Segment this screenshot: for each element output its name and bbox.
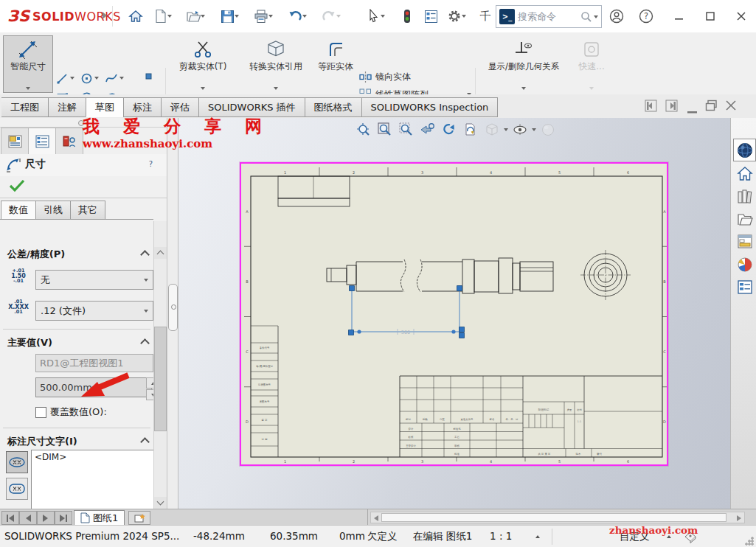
mirror-entities-button[interactable]: 镜向实体 bbox=[359, 68, 471, 86]
horizontal-scrollbar-thumb[interactable] bbox=[381, 513, 726, 522]
command-tab[interactable]: 工程图 bbox=[1, 97, 49, 117]
tab-property-manager[interactable] bbox=[28, 128, 56, 155]
primary-value-header[interactable]: 主要值(V) bbox=[7, 336, 52, 349]
previous-sheet-button[interactable] bbox=[19, 511, 37, 525]
spline-dropdown[interactable] bbox=[119, 77, 124, 80]
sheet-tab[interactable]: 图纸1 bbox=[74, 510, 125, 526]
scrollbar-thumb[interactable] bbox=[154, 327, 167, 431]
override-checkbox[interactable] bbox=[35, 407, 46, 418]
view-orientation-button[interactable] bbox=[482, 120, 502, 139]
redo-dropdown[interactable] bbox=[336, 15, 341, 18]
smart-dimension-dropdown[interactable] bbox=[26, 87, 30, 90]
design-library-button[interactable] bbox=[733, 185, 756, 208]
smart-dimension-button[interactable]: 智能尺寸 bbox=[3, 35, 53, 93]
quick-snaps-button[interactable]: 快速... bbox=[569, 35, 614, 93]
custom-properties-button[interactable] bbox=[733, 276, 756, 299]
view-orientation-dropdown[interactable] bbox=[504, 128, 508, 131]
new-document-dropdown[interactable] bbox=[167, 15, 172, 18]
first-sheet-button[interactable] bbox=[1, 511, 19, 525]
command-tab[interactable]: 注解 bbox=[48, 97, 86, 117]
close-button[interactable] bbox=[729, 5, 754, 27]
units-dropdown[interactable] bbox=[667, 535, 671, 538]
command-tab[interactable]: 图纸格式 bbox=[305, 97, 362, 117]
panel-splitter[interactable] bbox=[167, 118, 178, 509]
tab-feature-manager[interactable] bbox=[1, 128, 29, 155]
previous-view-button[interactable] bbox=[418, 120, 437, 139]
line-tool[interactable] bbox=[56, 69, 78, 87]
search-input[interactable] bbox=[515, 11, 580, 22]
rotate-view-button[interactable] bbox=[440, 120, 459, 139]
display-style-dropdown[interactable] bbox=[532, 128, 536, 131]
home-button[interactable] bbox=[125, 5, 146, 27]
home-pane-button[interactable] bbox=[733, 162, 756, 185]
circle-dropdown[interactable] bbox=[94, 77, 99, 80]
scroll-left-icon[interactable] bbox=[373, 515, 379, 521]
line-dropdown[interactable] bbox=[70, 77, 74, 80]
sheet-scale[interactable]: 1 : 1 bbox=[490, 526, 512, 547]
tolerance-section-header[interactable]: 公差/精度(P) bbox=[7, 248, 65, 261]
dimension-name-field[interactable]: RD1@工程图视图1 bbox=[35, 354, 153, 372]
account-button[interactable] bbox=[606, 5, 627, 27]
view-palette-button[interactable] bbox=[733, 230, 756, 253]
command-tab[interactable]: SOLIDWORKS Inspection bbox=[361, 97, 499, 117]
point-tool[interactable] bbox=[143, 71, 153, 81]
relations-dropdown[interactable] bbox=[521, 87, 526, 90]
command-tab[interactable]: 标注 bbox=[123, 97, 162, 117]
undo-dropdown[interactable] bbox=[302, 15, 307, 18]
document-close-button[interactable] bbox=[726, 100, 736, 113]
units-custom[interactable]: 自定义 bbox=[620, 526, 650, 547]
solidworks-resources-button[interactable] bbox=[733, 139, 756, 161]
value-tab[interactable]: 数值 bbox=[1, 201, 36, 220]
scale-dropdown[interactable] bbox=[535, 535, 540, 538]
next-sheet-button[interactable] bbox=[37, 511, 55, 525]
scrollbar-up-button[interactable] bbox=[154, 247, 167, 259]
print-dropdown[interactable] bbox=[268, 15, 273, 18]
scrollbar-down-button[interactable] bbox=[154, 497, 167, 509]
document-minimize-button[interactable] bbox=[687, 106, 698, 116]
open-dropdown[interactable] bbox=[201, 15, 205, 18]
offset-entities-button[interactable]: 等距实体 bbox=[315, 35, 356, 93]
value-tab[interactable]: 引线 bbox=[35, 201, 71, 220]
search-icon[interactable] bbox=[580, 11, 592, 23]
splitter-handle[interactable] bbox=[168, 284, 178, 331]
quick-dropdown[interactable] bbox=[589, 87, 594, 90]
xpress-products-button[interactable]: 千 bbox=[475, 5, 496, 27]
display-delete-relations-button[interactable]: 显示/删除几何关系 bbox=[479, 35, 568, 93]
resize-grip[interactable] bbox=[745, 537, 754, 546]
zoom-in-out-button[interactable] bbox=[397, 120, 416, 139]
file-explorer-button[interactable] bbox=[733, 208, 756, 231]
convert-entities-button[interactable]: 转换实体引用 bbox=[237, 35, 314, 93]
tolerance-collapse-icon[interactable] bbox=[140, 250, 150, 259]
dimension-text-collapse-icon[interactable] bbox=[140, 437, 150, 447]
dim-text-round-button[interactable] bbox=[6, 451, 28, 473]
panel-scrollbar[interactable] bbox=[153, 221, 167, 509]
zoom-to-fit-button[interactable] bbox=[354, 120, 373, 139]
tab-configuration-manager[interactable] bbox=[55, 128, 83, 155]
appearances-button[interactable] bbox=[733, 253, 756, 276]
command-tab[interactable]: SOLIDWORKS 插件 bbox=[198, 97, 305, 117]
options-dropdown[interactable] bbox=[462, 15, 466, 18]
trim-dropdown[interactable] bbox=[201, 87, 205, 90]
spline-tool[interactable] bbox=[105, 69, 127, 87]
ok-button[interactable] bbox=[9, 178, 25, 195]
search-dropdown[interactable] bbox=[594, 15, 598, 18]
circle-tool[interactable] bbox=[80, 69, 103, 87]
command-list-button[interactable] bbox=[420, 5, 441, 27]
hide-show-items-button[interactable] bbox=[538, 120, 558, 139]
performance-evaluation-button[interactable] bbox=[397, 5, 417, 27]
dimension-text-header[interactable]: 标注尺寸文字(I) bbox=[7, 435, 77, 448]
dimension-value-field[interactable]: 500.00mm bbox=[35, 377, 152, 397]
logo-flyout-icon[interactable] bbox=[102, 11, 108, 22]
tag-icon[interactable] bbox=[683, 530, 698, 543]
primary-collapse-icon[interactable] bbox=[140, 338, 150, 348]
display-style-button[interactable] bbox=[510, 120, 530, 139]
select-dropdown[interactable] bbox=[381, 15, 385, 18]
panel-top-splitter[interactable] bbox=[0, 118, 167, 128]
save-dropdown[interactable] bbox=[235, 15, 239, 18]
precision-select[interactable]: .12 (文件) bbox=[35, 301, 153, 321]
command-tab[interactable]: 评估 bbox=[161, 97, 199, 117]
next-pane-button[interactable] bbox=[665, 100, 678, 114]
trim-entities-button[interactable]: 剪裁实体(T) bbox=[169, 35, 237, 93]
3d-drawing-view-button[interactable] bbox=[461, 120, 480, 139]
dimension-text-area[interactable]: <DIM> bbox=[31, 450, 158, 509]
